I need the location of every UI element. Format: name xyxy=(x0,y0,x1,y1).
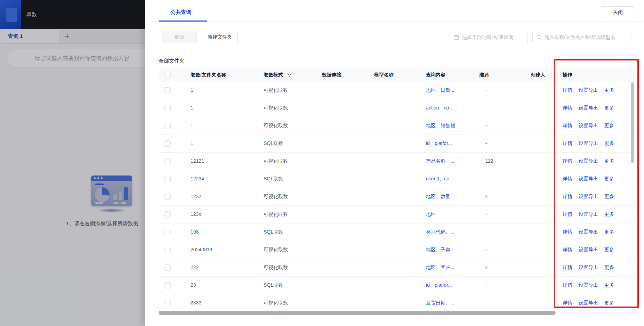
row-query-content-link[interactable]: 地区、销售额 xyxy=(426,117,455,134)
row-description: - xyxy=(485,135,487,152)
row-action-more[interactable]: 更多 xyxy=(604,82,614,99)
close-button[interactable]: 关闭 xyxy=(601,6,635,18)
new-folder-button[interactable]: 新建文件夹 xyxy=(202,31,238,43)
row-query-content-link[interactable]: 地区、子类... xyxy=(426,241,454,258)
row-action-export-settings[interactable]: 设置导出 xyxy=(579,241,598,258)
row-query-content-link[interactable]: id、platfor... xyxy=(426,135,452,152)
row-action-detail[interactable]: 详情 xyxy=(563,223,572,241)
table-row: 1232 可视化取数 地区、数量 - 详情 设置导出 更多 xyxy=(159,188,635,206)
table-search-input[interactable] xyxy=(545,31,628,43)
row-description: - xyxy=(485,223,487,241)
filter-icon[interactable] xyxy=(287,73,292,77)
table-body: 1 可视化取数 地区、日期... - 详情 设置导出 更多 1 可视化取数 ac… xyxy=(159,82,635,312)
date-range-picker[interactable] xyxy=(450,31,528,43)
row-checkbox[interactable] xyxy=(164,211,171,218)
row-action-detail[interactable]: 详情 xyxy=(563,294,572,311)
row-name: 123x xyxy=(191,206,201,223)
row-name: 1232 xyxy=(191,188,201,205)
row-action-export-settings[interactable]: 设置导出 xyxy=(579,223,598,241)
row-query-content-link[interactable]: 类别代码、... xyxy=(426,223,454,241)
row-action-export-settings[interactable]: 设置导出 xyxy=(579,82,598,99)
column-query-content: 查询内容 xyxy=(426,68,445,82)
row-action-detail[interactable]: 详情 xyxy=(563,170,572,187)
row-checkbox[interactable] xyxy=(164,300,171,306)
row-checkbox[interactable] xyxy=(164,123,171,129)
row-action-detail[interactable]: 详情 xyxy=(563,153,572,170)
row-action-export-settings[interactable]: 设置导出 xyxy=(579,99,598,116)
row-checkbox[interactable] xyxy=(164,158,171,164)
table-search[interactable] xyxy=(532,31,630,43)
row-query-content-link[interactable]: 地区、数量 xyxy=(426,188,450,205)
row-query-content-link[interactable]: userid、co... xyxy=(426,170,453,187)
row-checkbox[interactable] xyxy=(164,282,171,288)
modal-mask xyxy=(0,0,145,326)
row-action-detail[interactable]: 详情 xyxy=(563,241,572,258)
row-name: 2333 xyxy=(191,294,201,311)
row-action-more[interactable]: 更多 xyxy=(604,241,614,258)
row-checkbox[interactable] xyxy=(164,264,171,271)
row-action-detail[interactable]: 详情 xyxy=(563,99,572,116)
row-action-more[interactable]: 更多 xyxy=(604,170,614,187)
row-name: 198 xyxy=(191,223,199,241)
header-divider xyxy=(145,22,644,22)
row-query-content-link[interactable]: 地区 xyxy=(426,206,436,223)
table-row: 12234 SQL取数 userid、co... - 详情 设置导出 更多 xyxy=(159,170,635,188)
row-checkbox[interactable] xyxy=(164,105,171,111)
row-checkbox[interactable] xyxy=(164,194,171,200)
row-action-export-settings[interactable]: 设置导出 xyxy=(579,206,598,223)
row-action-detail[interactable]: 详情 xyxy=(563,117,572,134)
row-mode: 可视化取数 xyxy=(264,241,288,258)
row-action-export-settings[interactable]: 设置导出 xyxy=(579,259,598,276)
row-query-content-link[interactable]: 产品名称、... xyxy=(426,153,454,170)
row-action-export-settings[interactable]: 设置导出 xyxy=(579,277,598,294)
row-mode: 可视化取数 xyxy=(264,294,288,311)
row-action-more[interactable]: 更多 xyxy=(604,294,614,311)
row-query-content-link[interactable]: 地区、日期... xyxy=(426,82,454,99)
row-action-export-settings[interactable]: 设置导出 xyxy=(579,170,598,187)
row-checkbox[interactable] xyxy=(164,176,171,182)
row-action-export-settings[interactable]: 设置导出 xyxy=(579,188,598,205)
row-name: 20240919 xyxy=(191,241,212,258)
row-action-more[interactable]: 更多 xyxy=(604,153,614,170)
row-checkbox[interactable] xyxy=(164,140,171,147)
row-action-more[interactable]: 更多 xyxy=(604,259,614,276)
tab-public-query[interactable]: 公共查询 xyxy=(170,9,191,16)
date-range-input[interactable] xyxy=(462,31,526,43)
row-action-more[interactable]: 更多 xyxy=(604,117,614,134)
row-action-export-settings[interactable]: 设置导出 xyxy=(579,153,598,170)
row-action-more[interactable]: 更多 xyxy=(604,188,614,205)
row-checkbox[interactable] xyxy=(164,229,171,235)
row-action-more[interactable]: 更多 xyxy=(604,206,614,223)
row-action-export-settings[interactable]: 设置导出 xyxy=(579,294,598,311)
row-description: - xyxy=(485,241,487,258)
public-query-drawer: 公共查询 关闭 删除 新建文件夹 全部文件夹 取数/文件夹名 xyxy=(145,0,644,326)
row-checkbox[interactable] xyxy=(164,87,171,93)
column-mode[interactable]: 取数模式 xyxy=(264,68,292,82)
column-creator: 创建人 xyxy=(531,68,545,82)
row-query-content-link[interactable]: 发货日期、... xyxy=(426,294,454,311)
row-action-detail[interactable]: 详情 xyxy=(563,82,572,99)
row-action-detail[interactable]: 详情 xyxy=(563,277,572,294)
horizontal-scrollbar-thumb[interactable] xyxy=(159,311,556,315)
row-mode: SQL取数 xyxy=(264,277,283,294)
row-action-export-settings[interactable]: 设置导出 xyxy=(579,117,598,134)
row-mode: 可视化取数 xyxy=(264,259,288,276)
row-action-more[interactable]: 更多 xyxy=(604,99,614,116)
row-name: 1 xyxy=(191,82,193,99)
row-action-more[interactable]: 更多 xyxy=(604,277,614,294)
row-action-detail[interactable]: 详情 xyxy=(563,206,572,223)
row-action-export-settings[interactable]: 设置导出 xyxy=(579,135,598,152)
row-action-more[interactable]: 更多 xyxy=(604,135,614,152)
vertical-scrollbar-thumb[interactable] xyxy=(631,82,634,163)
row-query-content-link[interactable]: action、co... xyxy=(426,99,453,116)
table-row: 198 SQL取数 类别代码、... - 详情 设置导出 更多 xyxy=(159,223,635,241)
row-checkbox[interactable] xyxy=(164,247,171,253)
delete-button[interactable]: 删除 xyxy=(162,31,197,43)
row-query-content-link[interactable]: 地区、客户... xyxy=(426,259,454,276)
row-action-more[interactable]: 更多 xyxy=(604,223,614,241)
select-all-checkbox[interactable] xyxy=(164,72,171,78)
row-action-detail[interactable]: 详情 xyxy=(563,259,572,276)
row-action-detail[interactable]: 详情 xyxy=(563,188,572,205)
row-action-detail[interactable]: 详情 xyxy=(563,135,572,152)
row-query-content-link[interactable]: id、platfor... xyxy=(426,277,452,294)
